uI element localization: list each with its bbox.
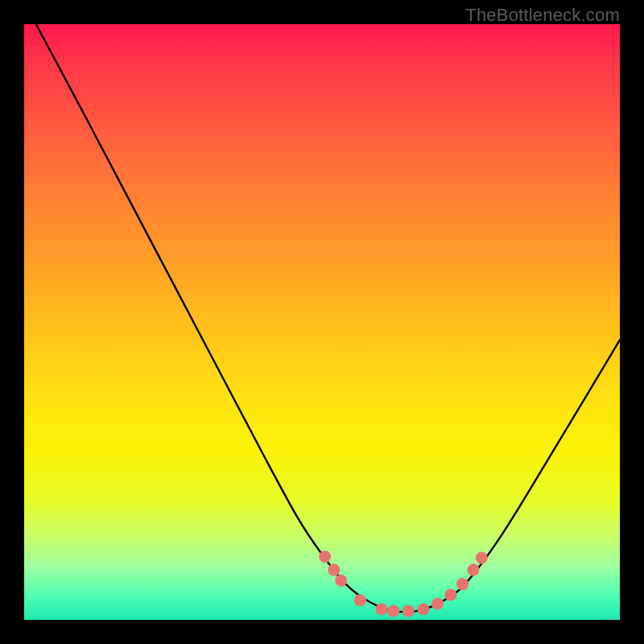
marker-point xyxy=(328,564,340,576)
plot-area xyxy=(24,24,620,620)
marker-point xyxy=(319,551,331,563)
marker-point xyxy=(387,605,399,617)
marker-point xyxy=(431,598,444,610)
marker-point xyxy=(456,578,469,590)
marker-point xyxy=(402,605,415,617)
chart-frame: TheBottleneck.com xyxy=(0,0,644,644)
marker-point xyxy=(354,594,366,606)
highlighted-points xyxy=(319,551,488,617)
marker-point xyxy=(376,603,388,615)
watermark-text: TheBottleneck.com xyxy=(465,5,620,26)
marker-point xyxy=(417,603,429,615)
marker-point xyxy=(335,575,347,587)
marker-point xyxy=(467,564,479,576)
chart-svg xyxy=(24,24,620,620)
bottleneck-curve xyxy=(36,24,620,612)
curve-layer xyxy=(36,24,620,612)
marker-point xyxy=(476,552,488,564)
marker-point xyxy=(444,588,456,601)
